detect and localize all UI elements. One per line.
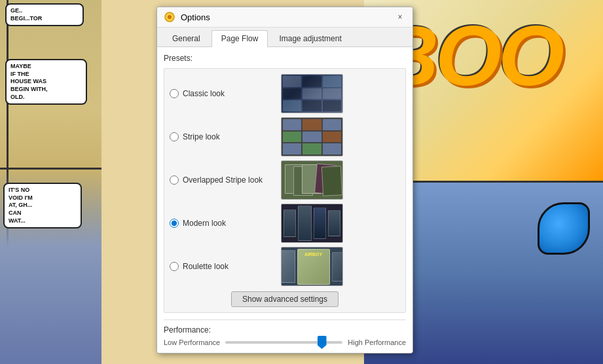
preset-label-roulette[interactable]: Roulette look	[170, 262, 274, 271]
preset-thumb-roulette: AIRBOY	[281, 247, 343, 286]
preset-radio-overlapped[interactable]	[170, 175, 179, 185]
performance-label: Performance:	[164, 325, 406, 335]
tab-page-flow[interactable]: Page Flow	[211, 30, 268, 47]
preset-row-classic: Classic look	[170, 74, 400, 113]
preset-thumb-overlapped	[281, 160, 343, 200]
preset-name-overlapped: Overlapped Stripe look	[183, 175, 263, 185]
preset-label-classic[interactable]: Classic look	[170, 89, 274, 98]
preset-radio-roulette[interactable]	[170, 262, 179, 271]
speech-bubble-2: MAYBEIF THEHOUSE WASBEGIN WITH,OLD.	[5, 59, 87, 105]
preset-label-modern[interactable]: Modern look	[170, 219, 274, 228]
preset-name-stripe: Stripe look	[183, 132, 220, 141]
performance-low-label: Low Performance	[164, 338, 220, 346]
close-button[interactable]: ×	[394, 11, 406, 23]
dialog-title-left: Options	[164, 11, 210, 23]
performance-section: Performance: Low Performance High Perfor…	[164, 319, 406, 346]
preset-radio-stripe[interactable]	[170, 132, 179, 141]
preset-label-stripe[interactable]: Stripe look	[170, 132, 274, 141]
preset-row-stripe: Stripe look	[170, 117, 400, 156]
options-icon	[164, 11, 175, 23]
preset-radio-modern[interactable]	[170, 219, 179, 228]
preset-label-overlapped[interactable]: Overlapped Stripe look	[170, 175, 274, 185]
performance-slider-row: Low Performance High Performance	[164, 338, 406, 346]
preset-name-roulette: Roulette look	[183, 262, 228, 271]
preset-thumb-classic	[281, 74, 343, 113]
preset-radio-classic[interactable]	[170, 89, 179, 98]
presets-container: Classic look	[164, 68, 406, 313]
dialog-overlay: Options × General Page Flow Image adjust…	[101, 0, 468, 364]
preset-row-modern: Modern look	[170, 204, 400, 243]
cat-eye	[538, 202, 590, 255]
comic-character-left: IT'S NOVOID I'MAT, GH...CANWAT...	[0, 168, 101, 364]
svg-point-1	[168, 15, 172, 19]
performance-slider[interactable]	[225, 341, 342, 344]
tab-general[interactable]: General	[162, 30, 210, 46]
preset-thumb-modern	[281, 204, 343, 243]
dialog-content: Presets: Classic look	[157, 47, 412, 353]
dialog-title: Options	[181, 12, 210, 22]
speech-bubble-3: IT'S NOVOID I'MAT, GH...CANWAT...	[3, 183, 82, 228]
speech-bubble-1: GE..BEGI...TOR	[5, 3, 84, 26]
preset-row-roulette: Roulette look AIRBOY	[170, 247, 400, 286]
tab-image-adjustment[interactable]: Image adjustment	[269, 30, 351, 46]
performance-high-label: High Performance	[348, 338, 406, 346]
tabs-bar: General Page Flow Image adjustment	[157, 27, 412, 47]
preset-row-overlapped: Overlapped Stripe look	[170, 160, 400, 200]
dialog-titlebar: Options ×	[157, 7, 412, 27]
preset-name-modern: Modern look	[183, 219, 226, 228]
presets-label: Presets:	[164, 54, 406, 63]
options-dialog: Options × General Page Flow Image adjust…	[156, 7, 413, 354]
show-advanced-button[interactable]: Show advanced settings	[231, 291, 338, 307]
preset-thumb-stripe	[281, 117, 343, 156]
preset-name-classic: Classic look	[183, 89, 225, 98]
left-comic-panel: GE..BEGI...TOR MAYBEIF THEHOUSE WASBEGIN…	[0, 0, 101, 364]
